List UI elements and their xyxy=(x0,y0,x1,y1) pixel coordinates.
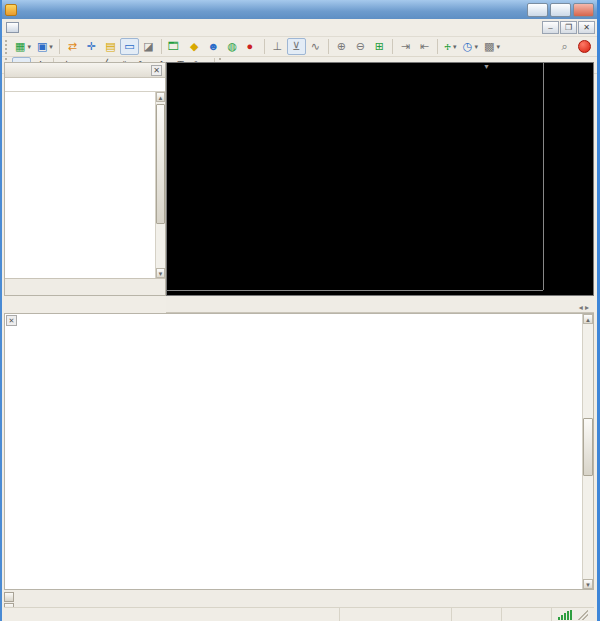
zoom-out-icon: ⊖ xyxy=(356,41,365,52)
chart-tabs-bar: ◂ ▸ xyxy=(166,296,594,313)
terminal-scroll-up-icon[interactable]: ▲ xyxy=(583,314,593,324)
terminal-icon: ▭ xyxy=(124,41,134,52)
metaeditor-icon: ◆ xyxy=(190,41,198,52)
zoom-in-button[interactable]: ⊕ xyxy=(332,38,351,55)
notification-icon[interactable] xyxy=(578,40,591,53)
status-connection xyxy=(552,608,594,621)
metaeditor-button[interactable]: ◆ xyxy=(185,38,204,55)
navigator-toggle[interactable]: ▤ xyxy=(101,38,120,55)
search-icon: ⌕ xyxy=(561,41,567,52)
close-button[interactable] xyxy=(573,3,594,17)
line-chart-button[interactable]: ∿ xyxy=(306,38,325,55)
dock-icon[interactable] xyxy=(4,592,14,602)
market-watch-toggle[interactable]: ⇄ xyxy=(63,38,82,55)
terminal-scrollbar[interactable]: ▲ ▼ xyxy=(582,314,593,589)
resize-grip-icon[interactable] xyxy=(578,610,588,620)
candlestick-icon: ⊻ xyxy=(292,41,300,52)
globe-icon: ◍ xyxy=(228,41,238,52)
tile-windows-icon: ⊞ xyxy=(375,41,384,52)
candlestick-button[interactable]: ⊻ xyxy=(287,38,306,55)
search-button[interactable]: ⌕ xyxy=(555,38,574,55)
new-chart-icon: ▦ xyxy=(15,41,25,52)
child-close-button[interactable]: ✕ xyxy=(578,21,595,34)
status-bar xyxy=(4,607,594,621)
mt4-application-window: – ❐ ✕ ▦▾ ▣▾ ⇄ ✛ ▤ ▭ ◪ 🗔 ◆ ☻ ◍ ● ⊥ ⊻ ∿ ⊕ … xyxy=(0,0,600,621)
zoom-out-button[interactable]: ⊖ xyxy=(351,38,370,55)
periods-button[interactable]: ◷▾ xyxy=(460,38,481,55)
price-axis[interactable] xyxy=(543,63,593,290)
status-profile[interactable] xyxy=(340,608,452,621)
chart-shift-marker[interactable]: ▼ xyxy=(483,63,490,70)
terminal-scroll-down-icon[interactable]: ▼ xyxy=(583,579,593,589)
market-watch-panel: ✕ ▲ ▼ xyxy=(4,62,166,296)
chart-window-icon xyxy=(6,22,19,33)
terminal-tabs-bar xyxy=(4,590,594,607)
menu-bar: – ❐ ✕ xyxy=(2,19,597,37)
experts-button[interactable]: ☻ xyxy=(204,38,223,55)
clock-icon: ◷ xyxy=(463,41,473,52)
minimize-button[interactable] xyxy=(527,3,548,17)
chart-plot-area[interactable]: ▼ xyxy=(167,63,543,290)
maximize-button[interactable] xyxy=(550,3,571,17)
connection-bars-icon xyxy=(558,610,572,620)
autotrading-icon: ● xyxy=(247,41,254,52)
expert-advisor-icon: ☻ xyxy=(208,41,220,52)
strategy-tester-toggle[interactable]: ◪ xyxy=(139,38,158,55)
indicators-button[interactable]: 🕂▾ xyxy=(441,38,460,55)
navigator-icon: ▤ xyxy=(105,41,115,52)
tile-windows-button[interactable]: ⊞ xyxy=(370,38,389,55)
new-order-icon: 🗔 xyxy=(168,41,179,52)
auto-scroll-icon: ⇥ xyxy=(401,41,410,52)
terminal-scroll-thumb[interactable] xyxy=(583,418,593,476)
profiles-icon: ▣ xyxy=(37,41,47,52)
autotrading-button[interactable]: ● xyxy=(242,38,261,55)
strategy-tester-icon: ◪ xyxy=(143,41,153,52)
tab-nav-arrows[interactable]: ◂ ▸ xyxy=(574,303,594,312)
child-restore-button[interactable]: ❐ xyxy=(560,21,577,34)
status-pane xyxy=(452,608,502,621)
bar-chart-button[interactable]: ⊥ xyxy=(268,38,287,55)
auto-scroll-toggle[interactable]: ⇥ xyxy=(396,38,415,55)
market-watch-close-icon[interactable]: ✕ xyxy=(151,65,162,76)
toolbar-grip[interactable] xyxy=(5,40,9,54)
market-watch-scrollbar[interactable]: ▲ ▼ xyxy=(155,92,165,278)
web-button[interactable]: ◍ xyxy=(223,38,242,55)
terminal-panel: ✕ ▲ ▼ xyxy=(4,313,594,590)
market-watch-header xyxy=(5,78,165,92)
app-icon xyxy=(5,4,17,16)
market-watch-scroll-thumb[interactable] xyxy=(156,104,165,224)
data-window-icon: ✛ xyxy=(87,41,96,52)
terminal-toggle[interactable]: ▭ xyxy=(120,38,139,55)
market-watch-icon: ⇄ xyxy=(68,41,77,52)
child-minimize-button[interactable]: – xyxy=(542,21,559,34)
scroll-down-icon[interactable]: ▼ xyxy=(156,268,165,278)
bar-chart-icon: ⊥ xyxy=(273,41,283,52)
templates-button[interactable]: ▩▾ xyxy=(481,38,503,55)
terminal-close-icon[interactable]: ✕ xyxy=(6,315,17,326)
status-help-text xyxy=(4,608,340,621)
scroll-up-icon[interactable]: ▲ xyxy=(156,92,165,102)
new-order-button[interactable]: 🗔 xyxy=(165,38,185,55)
zoom-in-icon: ⊕ xyxy=(337,41,346,52)
templates-icon: ▩ xyxy=(484,41,494,52)
line-chart-icon: ∿ xyxy=(311,41,320,52)
data-window-toggle[interactable]: ✛ xyxy=(82,38,101,55)
chart-shift-icon: ⇤ xyxy=(420,41,429,52)
status-pane xyxy=(502,608,552,621)
chart-shift-toggle[interactable]: ⇤ xyxy=(415,38,434,55)
chart-window[interactable]: ▼ xyxy=(166,62,594,296)
profiles-button[interactable]: ▣▾ xyxy=(34,38,56,55)
title-bar xyxy=(2,0,597,19)
new-chart-button[interactable]: ▦▾ xyxy=(12,38,34,55)
indicators-icon: 🕂 xyxy=(444,41,451,52)
standard-toolbar: ▦▾ ▣▾ ⇄ ✛ ▤ ▭ ◪ 🗔 ◆ ☻ ◍ ● ⊥ ⊻ ∿ ⊕ ⊖ ⊞ ⇥ … xyxy=(2,37,597,57)
